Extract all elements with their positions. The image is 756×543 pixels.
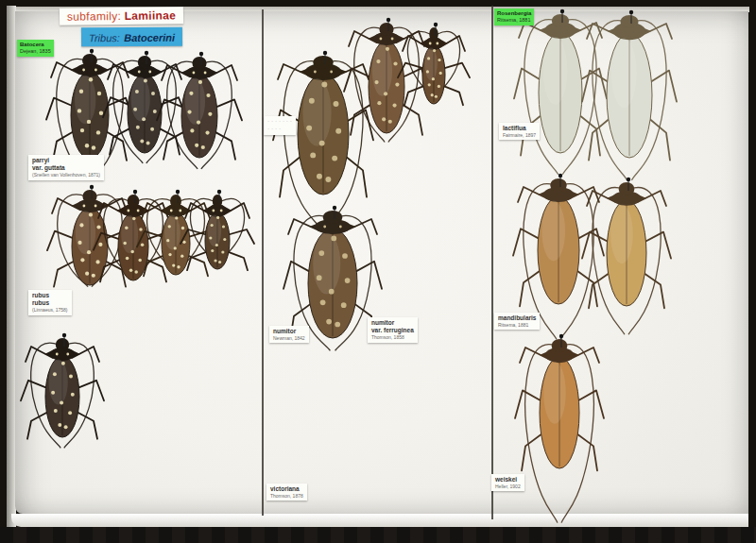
- species-name-line: · · · ·: [267, 126, 292, 133]
- species-name-line: mandibularis: [498, 314, 536, 322]
- specimen-weiskei-1: [515, 334, 604, 523]
- species-author: Thomson, 1878: [270, 493, 303, 499]
- species-label-victoriana: victorianaThomson, 1878: [266, 484, 307, 501]
- specimen-numitor-2: [344, 18, 429, 143]
- genus-label-batocera: BatoceraDejean, 1835: [17, 40, 54, 57]
- genus-name: Batocera: [20, 42, 51, 48]
- species-author: (Linnaeus, 1758): [32, 307, 68, 313]
- species-name-line: weiskei: [495, 476, 521, 484]
- genus-author: Ritsema, 1881: [497, 17, 531, 24]
- genus-name: Rosenbergia: [497, 10, 531, 17]
- species-name-line: numitor: [273, 328, 305, 335]
- subfamily-label: subfamily: Lamiinae: [60, 7, 183, 25]
- species-label-locality-faint: · · · · · · ·· · · ·: [264, 116, 296, 135]
- tribus-label: Tribus: Batocerini: [81, 27, 182, 47]
- specimen-numitor-large: [273, 51, 373, 229]
- species-name-line: var. guttata: [32, 164, 100, 172]
- species-author: (Snellen van Vollenhoven, 1871): [32, 172, 100, 178]
- species-name-line: · · · · · · ·: [267, 118, 292, 126]
- species-name-line: rubus: [32, 299, 68, 307]
- species-label-parryi: parryivar. guttata(Snellen van Vollenhov…: [28, 155, 104, 180]
- genus-label-rosenbergia: RosenbergiaRitsema, 1881: [494, 8, 534, 25]
- species-label-rubus: rubusrubus(Linnaeus, 1758): [28, 290, 72, 315]
- species-name-line: victoriana: [270, 485, 303, 493]
- subfamily-prefix: subfamily:: [67, 9, 121, 24]
- species-label-numitor: numitorNewman, 1842: [269, 326, 309, 343]
- specimen-parryi-7: [180, 190, 254, 270]
- species-name-line: numitor: [371, 319, 414, 327]
- species-name-line: rubus: [32, 292, 68, 299]
- tribus-prefix: Tribus:: [89, 32, 120, 43]
- species-label-weiskei: weiskeiHeller, 1902: [491, 474, 524, 491]
- species-author: Newman, 1842: [273, 335, 305, 341]
- species-author: Heller, 1902: [495, 484, 521, 489]
- specimen-rubus-1: [21, 333, 104, 449]
- specimen-drawer-photo: subfamily: Lamiinae Tribus: Batocerini B…: [0, 0, 756, 543]
- species-author: Ritsema, 1881: [498, 322, 536, 328]
- species-name-line: parryi: [32, 157, 100, 164]
- specimen-numitor-3: [398, 23, 470, 105]
- species-author: Thomson, 1858: [371, 334, 414, 340]
- specimen-mandibularis-2: [582, 178, 671, 335]
- subfamily-name: Lamiinae: [125, 8, 177, 23]
- specimen-parryi-3: [157, 52, 242, 169]
- specimen-lactiflua-2: [582, 10, 677, 180]
- species-author: Fairmaire, 1897: [503, 132, 536, 138]
- species-name-line: lactiflua: [503, 125, 536, 132]
- species-name-line: var. ferruginea: [371, 327, 414, 334]
- species-label-numitor-ferruginea: numitorvar. ferrugineaThomson, 1858: [368, 317, 418, 343]
- tribus-name: Batocerini: [124, 32, 175, 43]
- species-label-mandibularis: mandibularisRitsema, 1881: [494, 313, 540, 330]
- specimen-layer: [0, 0, 756, 543]
- genus-author: Dejean, 1835: [20, 48, 51, 55]
- species-label-lactiflua: lactifluaFairmaire, 1897: [499, 123, 540, 140]
